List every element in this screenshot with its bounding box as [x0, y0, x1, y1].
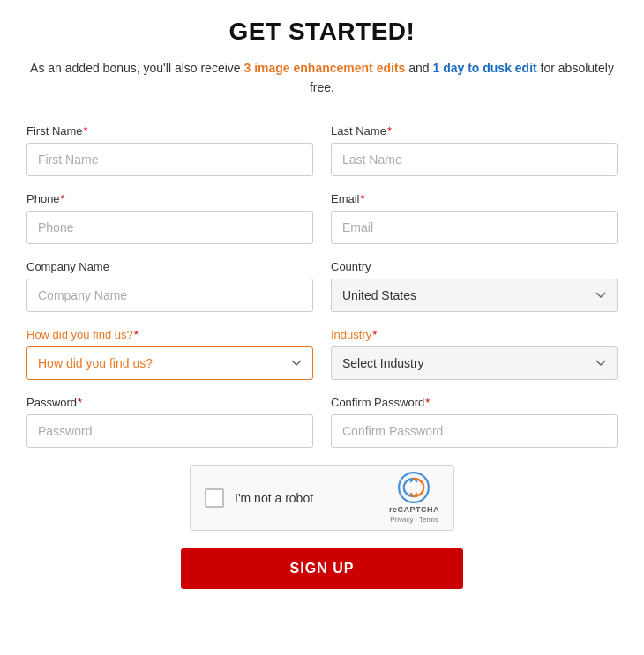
last-name-group: Last Name*	[331, 124, 618, 176]
recaptcha-icon	[398, 472, 430, 503]
how-find-group: How did you find us?* How did you find u…	[26, 328, 313, 380]
last-name-input[interactable]	[331, 143, 618, 176]
signup-form: First Name* Last Name* Phone* Email*	[26, 124, 618, 589]
first-name-group: First Name*	[26, 124, 313, 176]
captcha-container: I'm not a robot reCAPTCHA Privacy · Term…	[26, 465, 618, 531]
captcha-links: Privacy · Terms	[390, 516, 438, 524]
captcha-left: I'm not a robot	[205, 488, 313, 508]
how-find-label: How did you find us?*	[26, 328, 313, 341]
country-group: Country United States Canada United King…	[331, 260, 618, 312]
name-row: First Name* Last Name*	[26, 124, 618, 176]
confirm-password-label: Confirm Password*	[331, 396, 618, 409]
password-input[interactable]	[26, 414, 313, 448]
password-label: Password*	[26, 396, 313, 409]
password-row: Password* Confirm Password*	[26, 396, 618, 448]
page-title: GET STARTED!	[26, 18, 618, 46]
phone-input[interactable]	[26, 211, 313, 244]
captcha-label: I'm not a robot	[235, 491, 313, 505]
industry-label: Industry*	[331, 328, 618, 341]
first-name-input[interactable]	[26, 143, 313, 176]
country-label: Country	[331, 260, 618, 273]
company-country-row: Company Name Country United States Canad…	[26, 260, 618, 312]
email-group: Email*	[331, 192, 618, 244]
phone-label: Phone*	[26, 192, 313, 205]
confirm-password-group: Confirm Password*	[331, 396, 618, 448]
first-name-label: First Name*	[26, 124, 313, 138]
subtitle-mid: and	[408, 61, 432, 75]
phone-group: Phone*	[26, 192, 313, 244]
phone-email-row: Phone* Email*	[26, 192, 618, 244]
industry-select[interactable]: Select Industry Real Estate Photography …	[331, 346, 618, 380]
email-input[interactable]	[331, 211, 618, 244]
company-name-input[interactable]	[26, 279, 313, 312]
bonus2-text: 1 day to dusk edit	[432, 61, 536, 75]
company-name-group: Company Name	[26, 260, 313, 312]
email-label: Email*	[331, 192, 618, 205]
industry-group: Industry* Select Industry Real Estate Ph…	[331, 328, 618, 380]
captcha-right: reCAPTCHA Privacy · Terms	[389, 472, 439, 524]
captcha-brand-label: reCAPTCHA	[389, 505, 439, 514]
captcha-box[interactable]: I'm not a robot reCAPTCHA Privacy · Term…	[190, 465, 454, 531]
country-select[interactable]: United States Canada United Kingdom	[331, 279, 618, 312]
how-find-select[interactable]: How did you find us? Google Social Media…	[26, 346, 313, 380]
confirm-password-input[interactable]	[331, 414, 618, 448]
subtitle: As an added bonus, you'll also receive 3…	[26, 58, 618, 98]
password-group: Password*	[26, 396, 313, 448]
subtitle-text: As an added bonus, you'll also receive	[30, 61, 241, 75]
bonus1-text: 3 image enhancement edits	[243, 61, 405, 75]
captcha-checkbox[interactable]	[205, 488, 224, 508]
company-name-label: Company Name	[26, 260, 313, 273]
signup-button[interactable]: SIGN UP	[181, 548, 463, 589]
last-name-label: Last Name*	[331, 124, 618, 138]
find-industry-row: How did you find us?* How did you find u…	[26, 328, 618, 380]
